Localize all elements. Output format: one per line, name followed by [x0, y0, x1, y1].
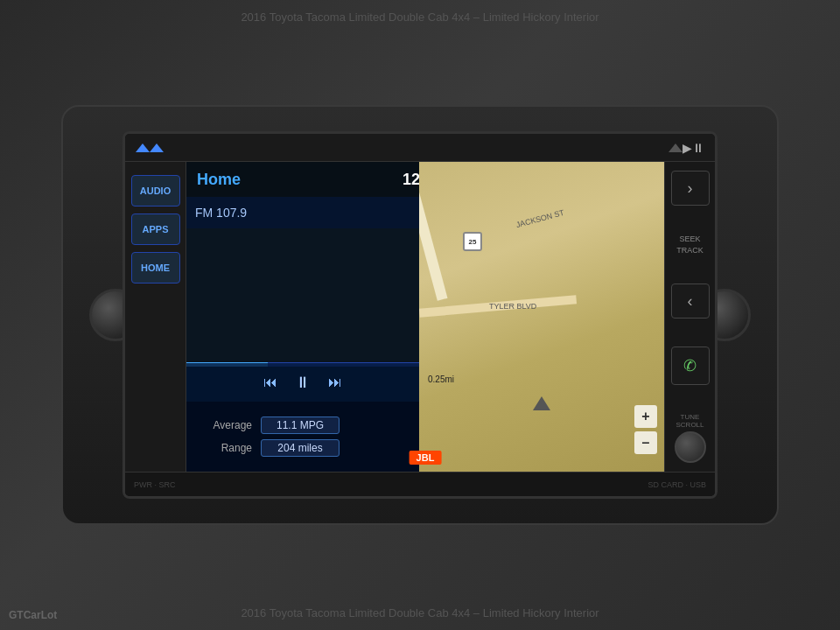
background: 2016 Toyota Tacoma Limited Double Cab 4x…	[0, 0, 840, 630]
radio-station-label: FM 107.9	[195, 206, 247, 220]
phone-button[interactable]: ✆	[671, 346, 710, 385]
map-area: JACKSON ST TYLER BLVD 0.25mi 25 + –	[419, 162, 664, 472]
seek-forward-button[interactable]: ›	[671, 171, 710, 206]
range-stat-row: Range 204 miles	[200, 439, 406, 457]
play-pause-top-button[interactable]: ▶⏸	[682, 141, 704, 155]
dashboard-frame: ▶⏸ AUDIO APPS HOME Home 12:13	[61, 105, 779, 525]
media-controls: ⏮ ⏸ ⏭	[186, 363, 419, 402]
seek-track-label: SEEK TRACK	[676, 234, 704, 256]
zoom-out-button[interactable]: –	[634, 431, 657, 454]
infotainment-top-bar: ▶⏸	[125, 134, 715, 162]
jackson-st-label: JACKSON ST	[515, 208, 565, 229]
tune-scroll-area: TUNESCROLL	[675, 413, 706, 463]
route-number: 25	[469, 238, 477, 246]
screen-title: Home	[197, 171, 241, 189]
seek-back-icon: ‹	[688, 292, 693, 311]
range-value: 204 miles	[261, 439, 340, 457]
jackson-road	[419, 163, 448, 301]
map-arrow-icon	[533, 396, 550, 410]
audio-button[interactable]: AUDIO	[131, 175, 180, 206]
up-arrow-icon-2[interactable]	[150, 144, 164, 152]
average-label: Average	[200, 419, 252, 431]
up-arrow-icon[interactable]	[136, 144, 150, 152]
pause-button[interactable]: ⏸	[295, 374, 311, 392]
left-sidebar: AUDIO APPS HOME	[125, 162, 186, 472]
next-track-button[interactable]: ⏭	[328, 374, 342, 390]
bottom-text-right: SD CARD · USB	[648, 480, 706, 489]
seek-back-button[interactable]: ‹	[671, 284, 710, 318]
gtcarlot-watermark: GTCarLot	[9, 609, 57, 621]
right-sidebar: › SEEK TRACK ‹ ✆ TUNESCROLL	[664, 162, 715, 472]
center-screen: Home 12:13 🔋 ⚙ FM 107.9 S	[186, 162, 664, 472]
zoom-in-button[interactable]: +	[634, 405, 657, 428]
bottom-text-left: PWR · SRC	[134, 480, 176, 489]
home-button[interactable]: HOME	[131, 252, 180, 284]
prev-track-button[interactable]: ⏮	[263, 374, 277, 390]
range-label: Range	[200, 442, 252, 454]
infotainment-unit: ▶⏸ AUDIO APPS HOME Home 12:13	[122, 131, 718, 499]
seek-forward-icon: ›	[688, 179, 693, 198]
jbl-badge: JBL	[410, 451, 442, 465]
route-shield: 25	[463, 232, 482, 251]
infotainment-bottom-bar: PWR · SRC SD CARD · USB	[125, 472, 715, 496]
tyler-blvd-label: TYLER BLVD	[489, 302, 536, 311]
tune-scroll-knob[interactable]	[675, 431, 706, 463]
page-title-bottom: 2016 Toyota Tacoma Limited Double Cab 4x…	[241, 606, 598, 620]
average-value: 11.1 MPG	[261, 416, 340, 434]
up-arrow-icon-3[interactable]	[668, 144, 682, 152]
average-stat-row: Average 11.1 MPG	[200, 416, 406, 434]
map-distance-label: 0.25mi	[428, 374, 454, 384]
infotainment-body: AUDIO APPS HOME Home 12:13 🔋 ⚙	[125, 162, 715, 472]
stats-area: Average 11.1 MPG Range 204 miles	[186, 402, 419, 472]
page-title: 2016 Toyota Tacoma Limited Double Cab 4x…	[241, 10, 598, 24]
tune-label: TUNESCROLL	[676, 413, 704, 429]
apps-button[interactable]: APPS	[131, 214, 180, 245]
